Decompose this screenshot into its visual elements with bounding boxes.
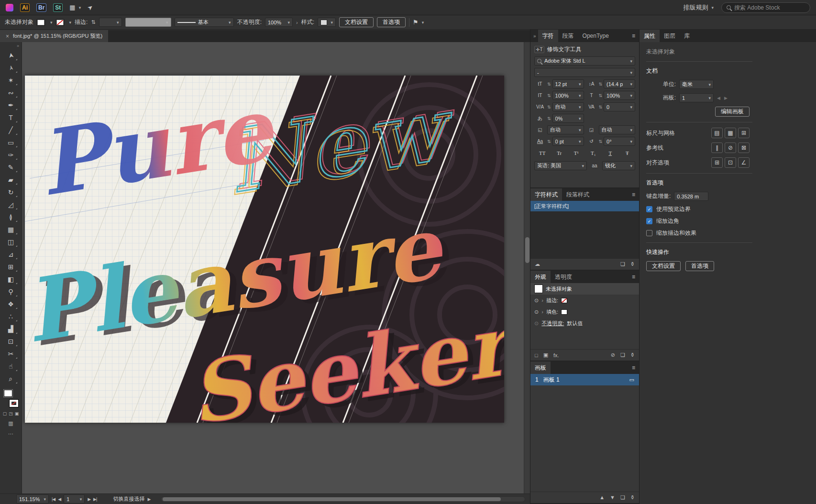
- rotate-tool[interactable]: ↻: [4, 186, 18, 198]
- draw-behind-icon[interactable]: ◳: [9, 411, 13, 416]
- tracking-select[interactable]: 0▾: [604, 102, 635, 111]
- canvas[interactable]: New New New Pure Pleasure Pleasure Seeke…: [22, 42, 530, 493]
- stroke-none-swatch[interactable]: [561, 298, 567, 303]
- arrange-documents-icon[interactable]: ▦▾: [69, 4, 81, 11]
- ruler-icon[interactable]: ▤: [711, 128, 723, 138]
- stepper-icon[interactable]: ⇅: [599, 93, 603, 98]
- stock-app-icon[interactable]: St: [53, 3, 63, 12]
- gradient-tool[interactable]: ◧: [4, 273, 18, 285]
- tab-transparency[interactable]: 透明度: [551, 271, 576, 283]
- search-input[interactable]: [734, 4, 798, 11]
- language-select[interactable]: 英语: 美国▾: [534, 161, 587, 170]
- clear-appearance-icon[interactable]: ⊘: [611, 352, 615, 358]
- all-caps-toggle[interactable]: TT: [534, 148, 551, 158]
- font-family-select[interactable]: Adobe 宋体 Std L ▾: [534, 56, 635, 66]
- lasso-tool[interactable]: ∾: [4, 87, 18, 99]
- workspace-switcher[interactable]: 排版规则▾: [683, 3, 714, 12]
- underline-toggle[interactable]: T: [602, 148, 618, 158]
- first-artboard-button[interactable]: |◀: [52, 497, 55, 502]
- brush-definition-select[interactable]: ▾: [125, 18, 171, 27]
- checkbox-unchecked-icon[interactable]: [646, 230, 652, 236]
- previous-artboard-button[interactable]: ◀: [58, 497, 61, 502]
- horizontal-scrollbar-thumb[interactable]: [163, 497, 501, 501]
- paintbrush-tool[interactable]: ✑: [4, 149, 18, 161]
- eraser-tool[interactable]: ▰: [4, 174, 18, 186]
- bridge-app-icon[interactable]: Br: [36, 3, 46, 12]
- close-icon[interactable]: ×: [6, 33, 9, 40]
- fill-swatch[interactable]: [4, 390, 12, 397]
- tab-character[interactable]: 字符: [538, 30, 558, 42]
- document-setup-quick-button[interactable]: 文档设置: [646, 261, 681, 271]
- status-options-icon[interactable]: ▶: [147, 497, 150, 502]
- new-fill-icon[interactable]: ▣: [543, 352, 548, 358]
- zoom-level-select[interactable]: 151.15%▾: [16, 494, 49, 504]
- panel-menu-icon[interactable]: ≡: [628, 30, 639, 42]
- horizontal-scale-select[interactable]: 100%▾: [604, 91, 635, 100]
- tab-opentype[interactable]: OpenType: [578, 30, 613, 42]
- illustrator-app-icon[interactable]: Ai: [20, 3, 30, 12]
- stepper-icon[interactable]: ⇅: [599, 105, 603, 110]
- stroke-color-swatch[interactable]: [56, 19, 64, 26]
- move-down-icon[interactable]: ▼: [610, 494, 615, 501]
- visibility-eye-icon[interactable]: ⊙: [534, 309, 539, 315]
- vertical-scale-select[interactable]: 100%▾: [552, 91, 584, 100]
- stepper-icon[interactable]: ⇅: [547, 116, 551, 121]
- vertical-scrollbar[interactable]: [524, 42, 530, 493]
- stepper-icon[interactable]: ⇅: [599, 139, 603, 144]
- stepper-icon[interactable]: ⇅: [547, 105, 551, 110]
- type-tool[interactable]: T: [4, 111, 18, 124]
- previous-artboard-icon[interactable]: ◀: [717, 96, 720, 100]
- guides-show-icon[interactable]: ∥: [711, 142, 723, 153]
- selection-tool[interactable]: ➤: [4, 49, 18, 62]
- blend-tool[interactable]: ❖: [4, 298, 18, 310]
- leading-select[interactable]: (14.4 p▾: [604, 79, 635, 88]
- pencil-tool[interactable]: ✎: [4, 161, 18, 174]
- shape-builder-tool[interactable]: ◫: [4, 236, 18, 248]
- screen-mode-icon[interactable]: ▥: [8, 420, 13, 427]
- cloud-sync-icon[interactable]: ☁: [535, 261, 540, 267]
- delete-item-icon[interactable]: ⚱: [630, 352, 635, 358]
- checkbox-checked-icon[interactable]: ✓: [646, 206, 652, 212]
- strikethrough-toggle[interactable]: Ŧ: [619, 148, 636, 158]
- pen-tool[interactable]: ✒: [4, 99, 18, 111]
- new-style-icon[interactable]: ❏: [620, 261, 625, 267]
- superscript-toggle[interactable]: T¹: [568, 148, 584, 158]
- fill-stroke-controls[interactable]: [3, 390, 19, 407]
- stroke-weight-stepper[interactable]: ⇅: [91, 19, 95, 25]
- tab-libraries[interactable]: 库: [680, 30, 694, 42]
- document-tab[interactable]: × font.jpg* @ 151.15% (RGB/GPU 预览): [0, 30, 108, 42]
- use-preview-bounds-row[interactable]: ✓ 使用预览边界: [646, 205, 750, 213]
- graphic-style-select[interactable]: ▾: [318, 18, 336, 27]
- symbol-sprayer-tool[interactable]: ∴: [4, 310, 18, 323]
- rectangle-tool[interactable]: ▭: [4, 136, 18, 149]
- stroke-weight-select[interactable]: ▾: [99, 18, 122, 27]
- appearance-fill-row[interactable]: ⊙ › 填色:: [530, 306, 639, 318]
- guides-lock-icon[interactable]: ⊘: [725, 142, 736, 153]
- perspective-grid-tool[interactable]: ⊿: [4, 248, 18, 261]
- appearance-opacity-row[interactable]: ⊙ 不透明度: 默认值: [530, 318, 639, 329]
- vertical-scrollbar-thumb[interactable]: [525, 237, 529, 263]
- snap-point-icon[interactable]: ∠: [738, 157, 750, 168]
- slice-tool[interactable]: ✂: [4, 348, 18, 360]
- new-artboard-icon[interactable]: ❏: [620, 494, 625, 501]
- move-up-icon[interactable]: ▲: [599, 494, 605, 501]
- stepper-icon[interactable]: ⇅: [547, 82, 551, 87]
- edit-toolbar-icon[interactable]: ⋯: [8, 431, 13, 437]
- stepper-icon[interactable]: ⇅: [547, 139, 551, 144]
- opacity-label[interactable]: 不透明度:: [237, 18, 262, 26]
- stepper-icon[interactable]: ⇅: [599, 82, 603, 87]
- chevron-right-icon[interactable]: ›: [541, 297, 543, 303]
- chevron-right-icon[interactable]: ›: [541, 309, 543, 315]
- delete-artboard-icon[interactable]: ⚱: [630, 494, 635, 501]
- line-segment-tool[interactable]: ╱: [4, 124, 18, 136]
- share-icon[interactable]: ➤: [88, 4, 93, 11]
- aki-right-select[interactable]: 自动▾: [599, 125, 636, 134]
- collapse-dock-icon[interactable]: »: [530, 30, 538, 42]
- artboard-row[interactable]: 1 画板 1 ▭: [530, 374, 639, 385]
- stroke-swatch[interactable]: [10, 400, 18, 407]
- keyboard-increment-field[interactable]: 0.3528 m: [674, 192, 708, 201]
- transparency-grid-icon[interactable]: ⊞: [738, 128, 750, 138]
- panel-menu-icon[interactable]: ≡: [628, 188, 639, 201]
- checkbox-checked-icon[interactable]: ✓: [646, 218, 652, 224]
- fill-white-swatch[interactable]: [561, 309, 567, 315]
